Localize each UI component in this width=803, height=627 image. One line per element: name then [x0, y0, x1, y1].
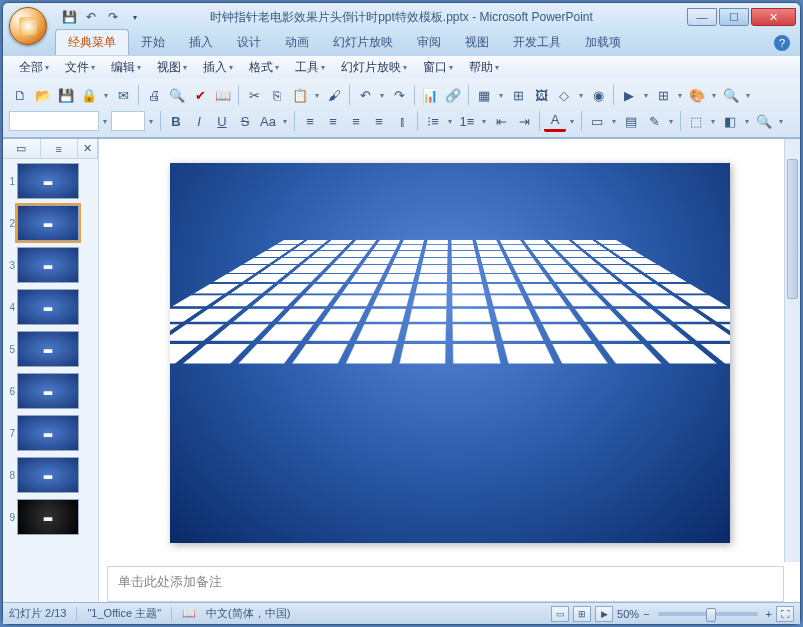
menu-all[interactable]: 全部▾	[13, 57, 55, 78]
changecase-icon[interactable]: Aa	[257, 110, 279, 132]
thumbnail-item[interactable]: 6▄▄	[5, 373, 96, 409]
menu-edit[interactable]: 编辑▾	[105, 57, 147, 78]
tab-review[interactable]: 审阅	[405, 30, 453, 55]
slides-tab[interactable]: ≡	[41, 139, 79, 158]
minimize-button[interactable]: —	[687, 8, 717, 26]
indent-inc-icon[interactable]: ⇥	[513, 110, 535, 132]
color-icon[interactable]: 🎨	[686, 84, 708, 106]
tab-classic-menu[interactable]: 经典菜单	[55, 29, 129, 55]
thumbnail-image[interactable]: ▄▄	[17, 499, 79, 535]
hyperlink-icon[interactable]: 🔗	[442, 84, 464, 106]
quick-styles-icon[interactable]: ◧	[719, 110, 741, 132]
tab-addins[interactable]: 加载项	[573, 30, 633, 55]
menu-window[interactable]: 窗口▾	[417, 57, 459, 78]
tables-icon[interactable]: ⊞	[507, 84, 529, 106]
thumbnail-item[interactable]: 5▄▄	[5, 331, 96, 367]
new-icon[interactable]: 🗋	[9, 84, 31, 106]
close-button[interactable]: ✕	[751, 8, 796, 26]
align-right-icon[interactable]: ≡	[345, 110, 367, 132]
zoom-in-icon[interactable]: +	[766, 608, 772, 620]
menu-file[interactable]: 文件▾	[59, 57, 101, 78]
font-size-select[interactable]	[111, 111, 145, 131]
justify-icon[interactable]: ≡	[368, 110, 390, 132]
thumbnail-image[interactable]: ▄▄	[17, 163, 79, 199]
save-icon[interactable]: 💾	[55, 84, 77, 106]
sorter-view-icon[interactable]: ⊞	[573, 606, 591, 622]
research-icon[interactable]: 📖	[212, 84, 234, 106]
office-button[interactable]	[9, 7, 47, 45]
arrange-icon[interactable]: ⬚	[685, 110, 707, 132]
italic-icon[interactable]: I	[188, 110, 210, 132]
spellcheck-icon[interactable]: ✔	[189, 84, 211, 106]
thumbnail-item[interactable]: 2▄▄	[5, 205, 96, 241]
bullets-icon[interactable]: ⁝≡	[422, 110, 444, 132]
vertical-scrollbar[interactable]	[784, 139, 800, 562]
layout-icon[interactable]: ▤	[620, 110, 642, 132]
menu-view[interactable]: 视图▾	[151, 57, 193, 78]
thumbnail-image[interactable]: ▄▄	[17, 415, 79, 451]
redo-icon[interactable]: ↷	[388, 84, 410, 106]
show-icon[interactable]: ▶	[618, 84, 640, 106]
qat-customize-icon[interactable]: ▾	[125, 7, 145, 27]
tab-home[interactable]: 开始	[129, 30, 177, 55]
print-icon[interactable]: 🖨	[143, 84, 165, 106]
preview-icon[interactable]: 🔍	[166, 84, 188, 106]
format-painter-icon[interactable]: 🖌	[323, 84, 345, 106]
zoom-slider[interactable]	[658, 612, 758, 616]
table-icon[interactable]: ▦	[473, 84, 495, 106]
tab-design[interactable]: 设计	[225, 30, 273, 55]
mail-icon[interactable]: ✉	[112, 84, 134, 106]
normal-view-icon[interactable]: ▭	[551, 606, 569, 622]
bold-icon[interactable]: B	[165, 110, 187, 132]
help-icon[interactable]: ?	[774, 35, 790, 51]
thumbnail-image[interactable]: ▄▄	[17, 289, 79, 325]
fit-window-icon[interactable]: ⛶	[776, 606, 794, 622]
font-family-select[interactable]	[9, 111, 99, 131]
find-icon[interactable]: 🔍	[753, 110, 775, 132]
thumbnail-image[interactable]: ▄▄	[17, 457, 79, 493]
thumbnail-item[interactable]: 8▄▄	[5, 457, 96, 493]
slideshow-view-icon[interactable]: ▶	[595, 606, 613, 622]
thumbnail-item[interactable]: 7▄▄	[5, 415, 96, 451]
zoom-icon[interactable]: 🔍	[720, 84, 742, 106]
grid-icon[interactable]: ⊞	[652, 84, 674, 106]
menu-help[interactable]: 帮助▾	[463, 57, 505, 78]
menu-format[interactable]: 格式▾	[243, 57, 285, 78]
copy-icon[interactable]: ⎘	[266, 84, 288, 106]
picture-icon[interactable]: 🖼	[530, 84, 552, 106]
zoom-out-icon[interactable]: −	[643, 608, 649, 620]
shapes-icon[interactable]: ◇	[553, 84, 575, 106]
font-color-icon[interactable]: A	[544, 110, 566, 132]
paste-icon[interactable]: 📋	[289, 84, 311, 106]
maximize-button[interactable]: ☐	[719, 8, 749, 26]
new-slide-icon[interactable]: ▭	[586, 110, 608, 132]
tab-slideshow[interactable]: 幻灯片放映	[321, 30, 405, 55]
align-center-icon[interactable]: ≡	[322, 110, 344, 132]
tab-animation[interactable]: 动画	[273, 30, 321, 55]
zoom-label[interactable]: 50%	[617, 608, 639, 620]
permission-icon[interactable]: 🔒	[78, 84, 100, 106]
align-left-icon[interactable]: ≡	[299, 110, 321, 132]
strike-icon[interactable]: S	[234, 110, 256, 132]
menu-slideshow[interactable]: 幻灯片放映▾	[335, 57, 413, 78]
numbering-icon[interactable]: 1≡	[456, 110, 478, 132]
notes-pane[interactable]: 单击此处添加备注	[107, 566, 784, 602]
outline-tab[interactable]: ▭	[3, 139, 41, 158]
thumbnail-list[interactable]: 1▄▄2▄▄3▄▄4▄▄5▄▄6▄▄7▄▄8▄▄9▄▄	[3, 159, 98, 602]
tab-view[interactable]: 视图	[453, 30, 501, 55]
menu-insert[interactable]: 插入▾	[197, 57, 239, 78]
thumbnail-item[interactable]: 9▄▄	[5, 499, 96, 535]
open-icon[interactable]: 📂	[32, 84, 54, 106]
distribute-icon[interactable]: ⫿	[391, 110, 413, 132]
spellcheck-status-icon[interactable]: 📖	[182, 607, 196, 620]
indent-dec-icon[interactable]: ⇤	[490, 110, 512, 132]
tab-insert[interactable]: 插入	[177, 30, 225, 55]
thumbnail-image[interactable]: ▄▄	[17, 373, 79, 409]
save-icon[interactable]: 💾	[59, 7, 79, 27]
design-icon[interactable]: ✎	[643, 110, 665, 132]
thumbnail-item[interactable]: 4▄▄	[5, 289, 96, 325]
language-label[interactable]: 中文(简体，中国)	[206, 606, 290, 621]
tab-developer[interactable]: 开发工具	[501, 30, 573, 55]
redo-icon[interactable]: ↷	[103, 7, 123, 27]
thumbnail-image[interactable]: ▄▄	[17, 247, 79, 283]
